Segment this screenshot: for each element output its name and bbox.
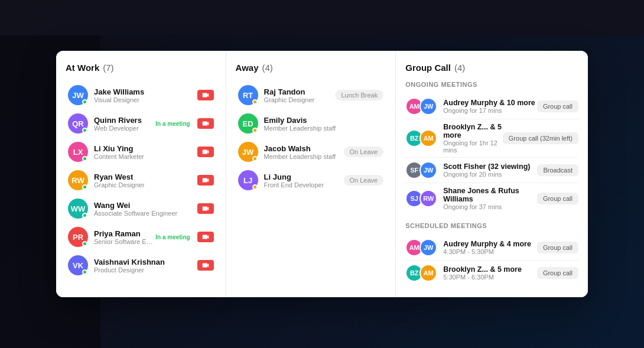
group-call-title: Group Call (4) <box>405 63 578 73</box>
avatar-wrap-jake-williams: JW <box>68 85 88 105</box>
row-actions-quinn-rivers: In a meeting <box>155 118 213 129</box>
scheduled-section: Scheduled meetings AMJW Audrey Murphy & … <box>405 222 578 285</box>
video-icon-quinn-rivers[interactable] <box>197 118 214 129</box>
group-action-btn-ongoing-2[interactable]: Group call (32min left) <box>503 132 578 144</box>
status-dot-jacob-walsh <box>252 156 258 161</box>
group-row-scheduled-2[interactable]: BZAM Brooklyn Z... & 5 more 5:30PM - 6:3… <box>405 261 578 285</box>
group-meta-scheduled-1: 4:30PM - 5:30PM <box>443 248 537 255</box>
group-info-scheduled-1: Audrey Murphy & 4 more 4:30PM - 5:30PM <box>443 240 537 255</box>
person-info-wang-wei: Wang Wei Associate Software Engineer <box>94 201 197 217</box>
status-dot-quinn-rivers <box>82 128 87 133</box>
group-meta-scheduled-2: 5:30PM - 6:30PM <box>443 274 537 281</box>
modal-overlay[interactable]: At Work (7) JW Jake Williams Visual Desi… <box>0 0 644 348</box>
meeting-badge-quinn-rivers: In a meeting <box>155 121 190 127</box>
person-row-ryan-west[interactable]: RW Ryan West Graphic Designer <box>66 166 216 194</box>
person-row-raj-tandon[interactable]: RT Raj Tandon Graphic Designer Lunch Bre… <box>236 81 386 109</box>
person-role-wang-wei: Associate Software Engineer <box>94 210 197 217</box>
group-meta-ongoing-3: Ongoing for 20 mins <box>443 171 537 178</box>
person-info-jacob-walsh: Jacob Walsh Member Leadership staff <box>264 144 344 160</box>
person-row-wang-wei[interactable]: WW Wang Wei Associate Software Engineer <box>66 194 216 223</box>
person-role-jake-williams: Visual Designer <box>94 96 197 103</box>
avatar-wrap-emily-davis: ED <box>238 113 258 134</box>
group-row-scheduled-1[interactable]: AMJW Audrey Murphy & 4 more 4:30PM - 5:3… <box>405 235 578 261</box>
group-name-ongoing-1: Audrey Murphy & 10 more <box>443 99 537 107</box>
group-avatar-stack-ongoing-4: SJRW <box>405 190 437 207</box>
group-name-ongoing-4: Shane Jones & Rufus Williams <box>443 187 537 203</box>
group-avatar-stack-ongoing-1: AMJW <box>405 97 437 115</box>
group-avatar: JW <box>419 97 437 115</box>
group-avatar: JW <box>419 161 437 179</box>
status-dot-ryan-west <box>82 184 87 190</box>
person-row-emily-davis[interactable]: ED Emily Davis Member Leadership staff <box>236 109 386 138</box>
group-row-ongoing-2[interactable]: BZAM Brooklyn Z... & 5 more Ongoing for … <box>405 119 578 158</box>
at-work-list: JW Jake Williams Visual Designer QR Quin… <box>66 81 216 279</box>
avatar-wrap-li-xiu-ying: LX <box>68 142 88 162</box>
group-info-ongoing-1: Audrey Murphy & 10 more Ongoing for 17 m… <box>443 99 537 114</box>
group-name-ongoing-2: Brooklyn Z... & 5 more <box>443 123 503 139</box>
person-name-li-jung: Li Jung <box>264 173 344 181</box>
person-name-emily-davis: Emily Davis <box>264 116 384 125</box>
group-avatar-stack-ongoing-2: BZAM <box>405 129 437 147</box>
person-row-li-xiu-ying[interactable]: LX Li Xiu Ying Content Marketer <box>66 138 216 166</box>
at-work-panel: At Work (7) JW Jake Williams Visual Desi… <box>56 51 226 297</box>
group-avatar: AM <box>419 129 437 147</box>
person-row-vaishnavi-krishnan[interactable]: VK Vaishnavi Krishnan Product Designer <box>66 251 216 279</box>
row-actions-priya-raman: In a meeting <box>155 232 213 242</box>
person-name-li-xiu-ying: Li Xiu Ying <box>94 144 197 153</box>
group-info-ongoing-2: Brooklyn Z... & 5 more Ongoing for 1hr 1… <box>443 123 503 154</box>
away-badge-raj-tandon: Lunch Break <box>335 90 383 100</box>
at-work-title: At Work (7) <box>66 63 216 73</box>
group-row-ongoing-3[interactable]: SFJW Scott Fisher (32 viewing) Ongoing f… <box>405 158 578 183</box>
group-call-panel: Group Call (4) Ongoing meetings AMJW Aud… <box>396 51 588 297</box>
group-meta-ongoing-2: Ongoing for 1hr 12 mins <box>443 139 503 154</box>
status-dot-priya-raman <box>82 241 87 246</box>
person-role-ryan-west: Graphic Designer <box>94 181 197 188</box>
person-info-li-xiu-ying: Li Xiu Ying Content Marketer <box>94 144 197 160</box>
status-dot-li-jung <box>252 184 258 190</box>
away-panel: Away (4) RT Raj Tandon Graphic Designer … <box>226 51 396 297</box>
group-meta-ongoing-1: Ongoing for 17 mins <box>443 107 537 114</box>
avatar-wrap-priya-raman: PR <box>68 227 88 247</box>
person-role-priya-raman: Senior Software Engineer <box>94 238 155 245</box>
away-badge-li-jung: On Leave <box>344 175 384 186</box>
status-dot-emily-davis <box>252 128 258 133</box>
group-row-ongoing-1[interactable]: AMJW Audrey Murphy & 10 more Ongoing for… <box>405 94 578 119</box>
avatar-wrap-wang-wei: WW <box>68 199 88 219</box>
video-icon-ryan-west[interactable] <box>197 175 214 186</box>
ongoing-label: Ongoing meetings <box>405 81 578 88</box>
group-avatar-stack-scheduled-1: AMJW <box>405 239 437 256</box>
avatar-wrap-raj-tandon: RT <box>238 85 258 105</box>
video-icon-priya-raman[interactable] <box>197 232 214 242</box>
video-icon-wang-wei[interactable] <box>197 203 214 214</box>
group-action-btn-ongoing-1[interactable]: Group call <box>537 100 578 112</box>
group-avatar: AM <box>419 264 437 282</box>
avatar-wrap-quinn-rivers: QR <box>68 113 88 134</box>
person-row-jacob-walsh[interactable]: JW Jacob Walsh Member Leadership staff O… <box>236 138 386 166</box>
row-actions-li-xiu-ying <box>197 147 214 157</box>
person-name-wang-wei: Wang Wei <box>94 201 197 210</box>
person-row-li-jung[interactable]: LJ Li Jung Front End Developer On Leave <box>236 166 386 194</box>
person-info-jake-williams: Jake Williams Visual Designer <box>94 87 197 103</box>
person-name-raj-tandon: Raj Tandon <box>264 87 336 96</box>
group-action-btn-scheduled-1[interactable]: Group call <box>537 242 578 253</box>
group-action-btn-ongoing-3[interactable]: Broadcast <box>537 164 578 176</box>
person-row-quinn-rivers[interactable]: QR Quinn Rivers Web Developer In a meeti… <box>66 109 216 138</box>
person-row-priya-raman[interactable]: PR Priya Raman Senior Software Engineer … <box>66 223 216 251</box>
away-list: RT Raj Tandon Graphic Designer Lunch Bre… <box>236 81 386 194</box>
group-avatar: JW <box>419 239 437 256</box>
group-action-btn-ongoing-4[interactable]: Group call <box>537 193 578 204</box>
group-row-ongoing-4[interactable]: SJRW Shane Jones & Rufus Williams Ongoin… <box>405 183 578 214</box>
group-info-ongoing-3: Scott Fisher (32 viewing) Ongoing for 20… <box>443 162 537 178</box>
group-info-ongoing-4: Shane Jones & Rufus Williams Ongoing for… <box>443 187 537 210</box>
row-actions-ryan-west <box>197 175 214 186</box>
video-icon-jake-williams[interactable] <box>197 90 214 100</box>
video-icon-li-xiu-ying[interactable] <box>197 147 214 157</box>
video-icon-vaishnavi-krishnan[interactable] <box>197 260 214 271</box>
person-role-raj-tandon: Graphic Designer <box>264 96 336 103</box>
avatar-wrap-ryan-west: RW <box>68 170 88 190</box>
person-info-quinn-rivers: Quinn Rivers Web Developer <box>94 116 155 132</box>
away-badge-jacob-walsh: On Leave <box>344 147 384 157</box>
status-dot-vaishnavi-krishnan <box>82 269 87 275</box>
person-row-jake-williams[interactable]: JW Jake Williams Visual Designer <box>66 81 216 109</box>
group-action-btn-scheduled-2[interactable]: Group call <box>537 267 578 279</box>
